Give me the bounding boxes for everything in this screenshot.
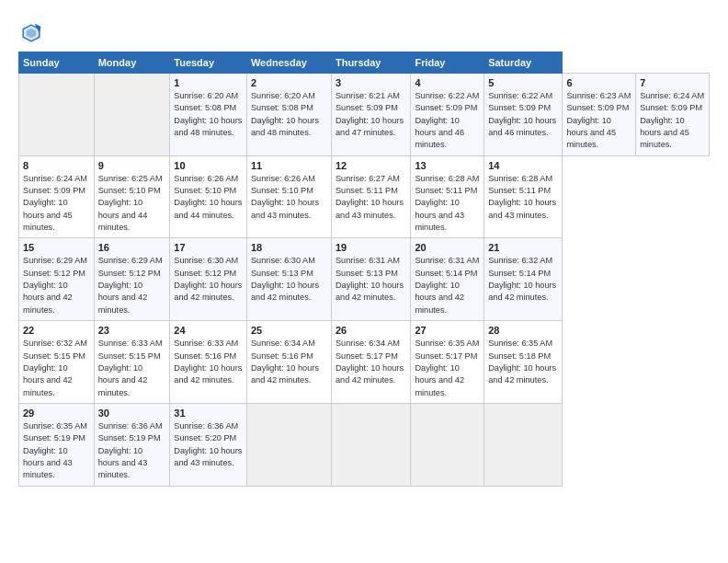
day-info: Sunrise: 6:31 AMSunset: 5:14 PMDaylight:… [415, 255, 480, 316]
day-number: 9 [98, 160, 166, 171]
calendar-week-row: 22Sunrise: 6:32 AMSunset: 5:15 PMDayligh… [19, 321, 710, 404]
day-number: 30 [98, 408, 166, 419]
day-number: 11 [251, 160, 327, 171]
day-number: 21 [488, 242, 558, 253]
page: SundayMondayTuesdayWednesdayThursdayFrid… [0, 0, 728, 496]
day-number: 20 [415, 242, 480, 253]
day-info: Sunrise: 6:21 AMSunset: 5:09 PMDaylight:… [336, 90, 406, 139]
day-number: 7 [640, 77, 705, 88]
day-info: Sunrise: 6:31 AMSunset: 5:13 PMDaylight:… [336, 255, 406, 304]
day-info: Sunrise: 6:30 AMSunset: 5:13 PMDaylight:… [251, 255, 327, 304]
day-number: 1 [174, 77, 243, 88]
calendar-cell: 10Sunrise: 6:26 AMSunset: 5:10 PMDayligh… [170, 155, 247, 238]
calendar-cell: 30Sunrise: 6:36 AMSunset: 5:19 PMDayligh… [94, 403, 170, 486]
calendar-week-row: 29Sunrise: 6:35 AMSunset: 5:19 PMDayligh… [19, 403, 710, 486]
calendar-cell: 25Sunrise: 6:34 AMSunset: 5:16 PMDayligh… [246, 321, 331, 404]
day-number: 4 [415, 77, 480, 88]
day-number: 12 [336, 160, 406, 171]
calendar-cell: 28Sunrise: 6:35 AMSunset: 5:18 PMDayligh… [484, 321, 563, 404]
calendar-cell: 23Sunrise: 6:33 AMSunset: 5:15 PMDayligh… [94, 321, 170, 404]
calendar-cell: 29Sunrise: 6:35 AMSunset: 5:19 PMDayligh… [19, 403, 95, 486]
weekday-header-monday: Monday [94, 52, 170, 74]
calendar-cell [246, 403, 331, 486]
day-number: 3 [336, 77, 406, 88]
day-number: 27 [415, 325, 480, 336]
calendar-cell: 11Sunrise: 6:26 AMSunset: 5:10 PMDayligh… [246, 155, 331, 238]
weekday-header-friday: Friday [411, 52, 484, 74]
weekday-header-row: SundayMondayTuesdayWednesdayThursdayFrid… [19, 52, 710, 74]
calendar-cell: 22Sunrise: 6:32 AMSunset: 5:15 PMDayligh… [19, 321, 95, 404]
day-info: Sunrise: 6:26 AMSunset: 5:10 PMDaylight:… [251, 173, 327, 222]
logo-icon [18, 20, 44, 46]
calendar-cell: 2Sunrise: 6:20 AMSunset: 5:08 PMDaylight… [246, 74, 331, 156]
day-number: 16 [98, 242, 166, 253]
calendar-cell [411, 403, 484, 486]
day-number: 8 [23, 160, 90, 171]
calendar-cell: 17Sunrise: 6:30 AMSunset: 5:12 PMDayligh… [170, 238, 247, 321]
calendar-cell: 1Sunrise: 6:20 AMSunset: 5:08 PMDaylight… [170, 74, 247, 156]
day-number: 26 [336, 325, 406, 336]
calendar-cell: 15Sunrise: 6:29 AMSunset: 5:12 PMDayligh… [19, 238, 95, 321]
calendar-cell [94, 74, 170, 156]
calendar-cell [331, 403, 410, 486]
day-info: Sunrise: 6:32 AMSunset: 5:15 PMDaylight:… [23, 338, 90, 399]
day-info: Sunrise: 6:24 AMSunset: 5:09 PMDaylight:… [23, 173, 90, 235]
calendar-cell: 31Sunrise: 6:36 AMSunset: 5:20 PMDayligh… [170, 403, 247, 486]
calendar-cell: 3Sunrise: 6:21 AMSunset: 5:09 PMDaylight… [331, 74, 410, 156]
day-number: 29 [23, 408, 90, 419]
day-info: Sunrise: 6:23 AMSunset: 5:09 PMDaylight:… [566, 90, 631, 152]
day-number: 13 [415, 160, 480, 171]
day-number: 17 [174, 242, 243, 253]
calendar-cell: 16Sunrise: 6:29 AMSunset: 5:12 PMDayligh… [94, 238, 170, 321]
calendar-cell: 8Sunrise: 6:24 AMSunset: 5:09 PMDaylight… [19, 155, 95, 238]
calendar-cell: 7Sunrise: 6:24 AMSunset: 5:09 PMDaylight… [636, 74, 710, 156]
calendar-cell: 21Sunrise: 6:32 AMSunset: 5:14 PMDayligh… [484, 238, 563, 321]
calendar-cell: 14Sunrise: 6:28 AMSunset: 5:11 PMDayligh… [484, 155, 563, 238]
calendar-cell [484, 403, 563, 486]
day-info: Sunrise: 6:29 AMSunset: 5:12 PMDaylight:… [23, 255, 90, 316]
calendar-cell: 26Sunrise: 6:34 AMSunset: 5:17 PMDayligh… [331, 321, 410, 404]
calendar-cell: 27Sunrise: 6:35 AMSunset: 5:17 PMDayligh… [411, 321, 484, 404]
calendar-cell: 13Sunrise: 6:28 AMSunset: 5:11 PMDayligh… [411, 155, 484, 238]
day-info: Sunrise: 6:29 AMSunset: 5:12 PMDaylight:… [98, 255, 166, 316]
day-info: Sunrise: 6:22 AMSunset: 5:09 PMDaylight:… [415, 90, 480, 152]
day-info: Sunrise: 6:35 AMSunset: 5:17 PMDaylight:… [415, 338, 480, 399]
day-info: Sunrise: 6:35 AMSunset: 5:19 PMDaylight:… [23, 420, 90, 482]
weekday-header-tuesday: Tuesday [170, 52, 247, 74]
day-number: 6 [566, 77, 631, 88]
calendar-week-row: 1Sunrise: 6:20 AMSunset: 5:08 PMDaylight… [19, 74, 710, 156]
calendar-week-row: 8Sunrise: 6:24 AMSunset: 5:09 PMDaylight… [19, 155, 710, 238]
day-info: Sunrise: 6:22 AMSunset: 5:09 PMDaylight:… [488, 90, 558, 139]
calendar-cell: 12Sunrise: 6:27 AMSunset: 5:11 PMDayligh… [331, 155, 410, 238]
day-info: Sunrise: 6:36 AMSunset: 5:20 PMDaylight:… [174, 420, 243, 469]
calendar-cell: 5Sunrise: 6:22 AMSunset: 5:09 PMDaylight… [484, 74, 563, 156]
calendar-cell: 19Sunrise: 6:31 AMSunset: 5:13 PMDayligh… [331, 238, 410, 321]
day-number: 24 [174, 325, 243, 336]
calendar-cell: 4Sunrise: 6:22 AMSunset: 5:09 PMDaylight… [411, 74, 484, 156]
day-number: 14 [488, 160, 558, 171]
day-number: 23 [98, 325, 166, 336]
day-info: Sunrise: 6:32 AMSunset: 5:14 PMDaylight:… [488, 255, 558, 304]
day-info: Sunrise: 6:34 AMSunset: 5:16 PMDaylight:… [251, 338, 327, 386]
calendar-cell: 20Sunrise: 6:31 AMSunset: 5:14 PMDayligh… [411, 238, 484, 321]
day-info: Sunrise: 6:26 AMSunset: 5:10 PMDaylight:… [174, 173, 243, 222]
weekday-header-sunday: Sunday [19, 52, 95, 74]
day-info: Sunrise: 6:25 AMSunset: 5:10 PMDaylight:… [98, 173, 166, 235]
day-info: Sunrise: 6:34 AMSunset: 5:17 PMDaylight:… [336, 338, 406, 386]
calendar-week-row: 15Sunrise: 6:29 AMSunset: 5:12 PMDayligh… [19, 238, 710, 321]
calendar-cell: 18Sunrise: 6:30 AMSunset: 5:13 PMDayligh… [246, 238, 331, 321]
day-number: 25 [251, 325, 327, 336]
day-info: Sunrise: 6:28 AMSunset: 5:11 PMDaylight:… [488, 173, 558, 222]
day-number: 10 [174, 160, 243, 171]
day-number: 19 [336, 242, 406, 253]
calendar-table: SundayMondayTuesdayWednesdayThursdayFrid… [18, 52, 710, 487]
day-info: Sunrise: 6:20 AMSunset: 5:08 PMDaylight:… [251, 90, 327, 139]
day-number: 28 [488, 325, 558, 336]
day-number: 18 [251, 242, 327, 253]
weekday-header-saturday: Saturday [484, 52, 563, 74]
day-info: Sunrise: 6:35 AMSunset: 5:18 PMDaylight:… [488, 338, 558, 386]
day-info: Sunrise: 6:36 AMSunset: 5:19 PMDaylight:… [98, 420, 166, 482]
day-info: Sunrise: 6:24 AMSunset: 5:09 PMDaylight:… [640, 90, 705, 152]
day-info: Sunrise: 6:30 AMSunset: 5:12 PMDaylight:… [174, 255, 243, 304]
logo [18, 20, 48, 46]
